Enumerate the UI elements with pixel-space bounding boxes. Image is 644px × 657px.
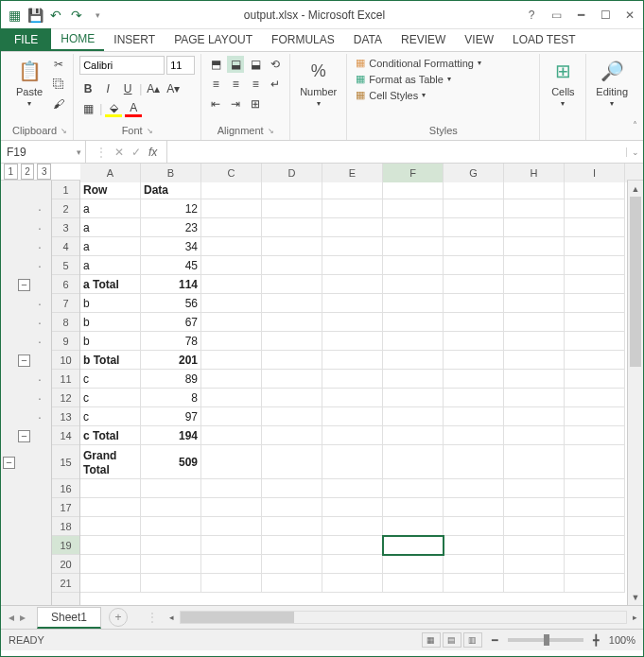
cell-C1[interactable]: [201, 181, 262, 199]
cell-C13[interactable]: [201, 407, 262, 426]
cell-E7[interactable]: [322, 294, 383, 313]
row-header-21[interactable]: 21: [52, 574, 79, 593]
cell-A1[interactable]: Row: [80, 181, 141, 199]
zoom-level[interactable]: 100%: [609, 634, 635, 646]
cell-C16[interactable]: [201, 479, 262, 498]
row-header-17[interactable]: 17: [52, 498, 79, 517]
cell-C5[interactable]: [201, 256, 262, 275]
cell-E17[interactable]: [322, 498, 383, 517]
cell-F6[interactable]: [383, 275, 444, 294]
cell-D12[interactable]: [262, 389, 322, 407]
column-header-B[interactable]: B: [141, 164, 201, 182]
name-box[interactable]: F19: [1, 141, 86, 163]
cell-H3[interactable]: [504, 218, 565, 237]
tab-load-test[interactable]: LOAD TEST: [503, 28, 584, 51]
cell-G19[interactable]: [444, 536, 504, 555]
cell-G18[interactable]: [444, 517, 504, 536]
add-sheet-button[interactable]: +: [109, 608, 128, 627]
row-header-16[interactable]: 16: [52, 479, 79, 498]
cell-F15[interactable]: [383, 445, 444, 479]
outline-level-3[interactable]: 3: [37, 164, 51, 180]
cell-H4[interactable]: [504, 237, 565, 256]
cell-F2[interactable]: [383, 199, 444, 218]
row-header-19[interactable]: 19: [52, 536, 79, 555]
cell-B3[interactable]: 23: [141, 218, 201, 237]
cell-H21[interactable]: [504, 574, 565, 593]
cell-A10[interactable]: b Total: [80, 351, 141, 370]
tab-page-layout[interactable]: PAGE LAYOUT: [165, 28, 262, 51]
cell-G10[interactable]: [444, 351, 504, 370]
cell-B9[interactable]: 78: [141, 332, 201, 351]
cell-I10[interactable]: [565, 351, 625, 370]
cell-D19[interactable]: [262, 536, 322, 555]
cell-B10[interactable]: 201: [141, 351, 201, 370]
row-header-8[interactable]: 8: [52, 313, 79, 332]
cell-E1[interactable]: [322, 181, 383, 199]
cell-F18[interactable]: [383, 517, 444, 536]
cell-D21[interactable]: [262, 574, 322, 593]
view-normal-icon[interactable]: ▦: [422, 632, 441, 648]
view-page-layout-icon[interactable]: ▤: [443, 632, 461, 648]
row-header-15[interactable]: 15: [52, 445, 79, 479]
align-right-icon[interactable]: ≡: [247, 76, 264, 93]
cell-C2[interactable]: [201, 199, 262, 218]
column-header-I[interactable]: I: [565, 164, 625, 182]
italic-button[interactable]: I: [99, 80, 116, 97]
cell-A8[interactable]: b: [80, 313, 141, 332]
cell-E4[interactable]: [322, 237, 383, 256]
cell-F4[interactable]: [383, 237, 444, 256]
cell-F21[interactable]: [383, 574, 444, 593]
cell-C12[interactable]: [201, 389, 262, 407]
borders-icon[interactable]: ▦: [79, 100, 96, 117]
increase-indent-icon[interactable]: ⇥: [227, 95, 244, 112]
fx-icon[interactable]: fx: [148, 146, 157, 159]
row-header-4[interactable]: 4: [52, 237, 79, 256]
cell-I13[interactable]: [565, 407, 625, 426]
cell-H12[interactable]: [504, 389, 565, 407]
cell-D1[interactable]: [262, 181, 322, 199]
cell-B5[interactable]: 45: [141, 256, 201, 275]
row-header-20[interactable]: 20: [52, 555, 79, 574]
outline-level-1[interactable]: 1: [4, 164, 18, 180]
cell-G8[interactable]: [444, 313, 504, 332]
cell-E19[interactable]: [322, 536, 383, 555]
grow-font-icon[interactable]: A▴: [145, 80, 162, 97]
cell-G14[interactable]: [444, 426, 504, 445]
cell-H2[interactable]: [504, 199, 565, 218]
cell-H15[interactable]: [504, 445, 565, 479]
cell-A4[interactable]: a: [80, 237, 141, 256]
cell-C3[interactable]: [201, 218, 262, 237]
zoom-in-icon[interactable]: ╋: [593, 634, 600, 647]
cell-D8[interactable]: [262, 313, 322, 332]
align-middle-icon[interactable]: ⬓: [227, 56, 244, 73]
format-as-table-button[interactable]: ▦Format as Table▾: [353, 72, 484, 86]
tab-data[interactable]: DATA: [344, 28, 392, 51]
cell-B12[interactable]: 8: [141, 389, 201, 407]
cell-G11[interactable]: [444, 370, 504, 389]
format-painter-icon[interactable]: 🖌: [50, 95, 67, 112]
cell-C11[interactable]: [201, 370, 262, 389]
tab-insert[interactable]: INSERT: [104, 28, 165, 51]
font-name-input[interactable]: [79, 56, 165, 75]
cell-D13[interactable]: [262, 407, 322, 426]
column-header-D[interactable]: D: [262, 164, 322, 182]
cell-E5[interactable]: [322, 256, 383, 275]
cell-A18[interactable]: [80, 517, 141, 536]
cell-F13[interactable]: [383, 407, 444, 426]
cell-D4[interactable]: [262, 237, 322, 256]
cell-H6[interactable]: [504, 275, 565, 294]
align-center-icon[interactable]: ≡: [227, 76, 244, 93]
scroll-down-icon[interactable]: ▼: [628, 589, 643, 605]
cell-H19[interactable]: [504, 536, 565, 555]
cell-E21[interactable]: [322, 574, 383, 593]
cell-A13[interactable]: c: [80, 407, 141, 426]
cell-H8[interactable]: [504, 313, 565, 332]
editing-button[interactable]: 🔎 Editing ▾: [592, 56, 632, 110]
cell-D17[interactable]: [262, 498, 322, 517]
cell-I21[interactable]: [565, 574, 625, 593]
cell-D14[interactable]: [262, 426, 322, 445]
accept-formula-icon[interactable]: ✓: [131, 146, 141, 159]
row-header-10[interactable]: 10: [52, 351, 79, 370]
redo-icon[interactable]: ↷: [69, 8, 84, 23]
row-header-18[interactable]: 18: [52, 517, 79, 536]
